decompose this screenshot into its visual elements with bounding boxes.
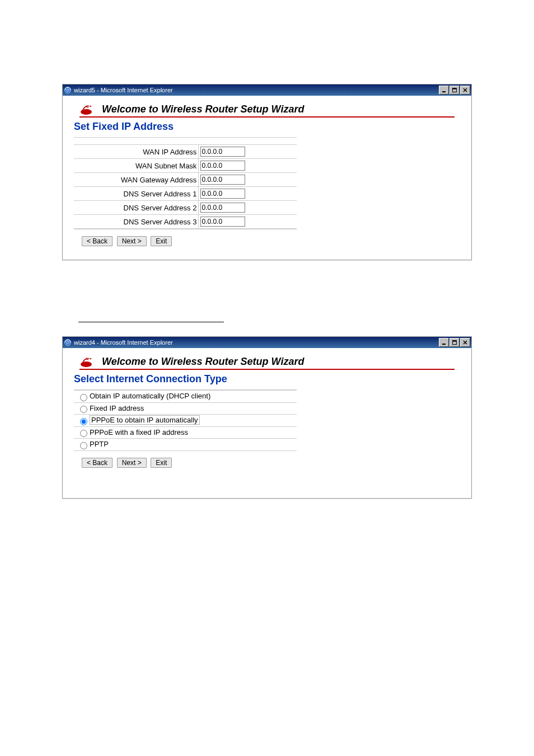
header-divider [79,116,455,118]
fixed-ip-form: WAN IP Address WAN Subnet Mask WAN Gatew… [74,137,297,248]
window-controls [439,338,470,347]
row-dns1: DNS Server Address 1 [74,187,297,201]
label-dns1: DNS Server Address 1 [74,187,199,201]
radio-fixed-ip[interactable] [80,406,87,413]
option-dhcp[interactable]: Obtain IP automatically (DHCP client) [74,391,297,403]
next-button[interactable]: Next > [117,458,147,468]
wan-subnet-input[interactable] [200,161,245,171]
svg-rect-11 [442,344,446,345]
titlebar: wizard5 - Microsoft Internet Explorer [63,84,471,96]
option-label: PPPoE with a fixed IP address [90,428,188,436]
svg-point-17 [90,358,91,359]
svg-rect-2 [442,91,446,92]
window-title: wizard5 - Microsoft Internet Explorer [74,87,439,93]
option-pppoe-auto[interactable]: PPPoE to obtain IP automatically [74,415,297,427]
row-wan-ip: WAN IP Address [74,145,297,159]
radio-pppoe-auto[interactable] [80,418,87,425]
label-dns2: DNS Server Address 2 [74,201,199,215]
minimize-button[interactable] [439,338,449,347]
router-logo-icon [79,104,99,115]
router-logo-icon [79,356,99,368]
exit-button[interactable]: Exit [151,236,172,246]
label-wan-gateway: WAN Gateway Address [74,173,199,187]
ie-icon [64,339,72,346]
maximize-button[interactable] [449,338,460,347]
option-label: Obtain IP automatically (DHCP client) [90,392,210,400]
header-divider [79,369,455,370]
next-button[interactable]: Next > [117,236,147,246]
window-controls [439,86,470,95]
ie-icon [64,86,72,94]
button-row: < Back Next > Exit [74,451,297,470]
radio-dhcp[interactable] [80,394,87,401]
connection-type-form: Obtain IP automatically (DHCP client) Fi… [74,389,297,470]
row-dns2: DNS Server Address 2 [74,201,297,215]
svg-rect-4 [453,88,457,90]
wizard-content: Welcome to Wireless Router Setup Wizard … [63,96,471,260]
wizard-header: Welcome to Wireless Router Setup Wizard [68,354,466,369]
minimize-button[interactable] [439,86,449,95]
wizard-header: Welcome to Wireless Router Setup Wizard [68,101,466,116]
option-label: PPTP [90,440,109,448]
section-title: Set Fixed IP Address [68,120,466,137]
radio-pptp[interactable] [80,442,87,449]
wizard-title: Welcome to Wireless Router Setup Wizard [102,356,304,368]
back-button[interactable]: < Back [82,236,113,246]
row-wan-subnet: WAN Subnet Mask [74,159,297,173]
wizard-title: Welcome to Wireless Router Setup Wizard [102,104,304,115]
wizard4-window: wizard4 - Microsoft Internet Explorer We… [62,336,472,499]
page-divider [78,322,224,322]
button-row: < Back Next > Exit [74,229,297,248]
option-pptp[interactable]: PPTP [74,439,297,451]
maximize-button[interactable] [449,86,460,95]
option-fixed-ip[interactable]: Fixed IP address [74,402,297,415]
wan-gateway-input[interactable] [200,175,245,185]
row-wan-gateway: WAN Gateway Address [74,173,297,187]
wizard5-window: wizard5 - Microsoft Internet Explorer We… [62,84,472,260]
window-title: wizard4 - Microsoft Internet Explorer [74,339,439,346]
section-title: Select Internet Connection Type [68,372,466,389]
svg-rect-13 [453,341,457,342]
label-wan-subnet: WAN Subnet Mask [74,159,199,173]
row-dns3: DNS Server Address 3 [74,215,297,229]
dns2-input[interactable] [200,203,245,213]
radio-pppoe-fixed[interactable] [80,430,87,437]
back-button[interactable]: < Back [82,458,113,468]
wan-ip-input[interactable] [200,147,245,157]
exit-button[interactable]: Exit [151,458,172,468]
titlebar: wizard4 - Microsoft Internet Explorer [63,337,471,348]
wizard-content: Welcome to Wireless Router Setup Wizard … [63,348,471,481]
label-wan-ip: WAN IP Address [74,145,199,159]
option-label: Fixed IP address [90,404,144,412]
label-dns3: DNS Server Address 3 [74,215,199,229]
svg-point-8 [90,105,91,106]
svg-point-7 [81,109,92,115]
dns3-input[interactable] [200,217,245,227]
option-label: PPPoE to obtain IP automatically [90,415,200,425]
close-button[interactable] [460,86,470,95]
option-pppoe-fixed[interactable]: PPPoE with a fixed IP address [74,426,297,439]
close-button[interactable] [460,338,470,347]
dns1-input[interactable] [200,189,245,199]
svg-point-16 [81,361,92,367]
